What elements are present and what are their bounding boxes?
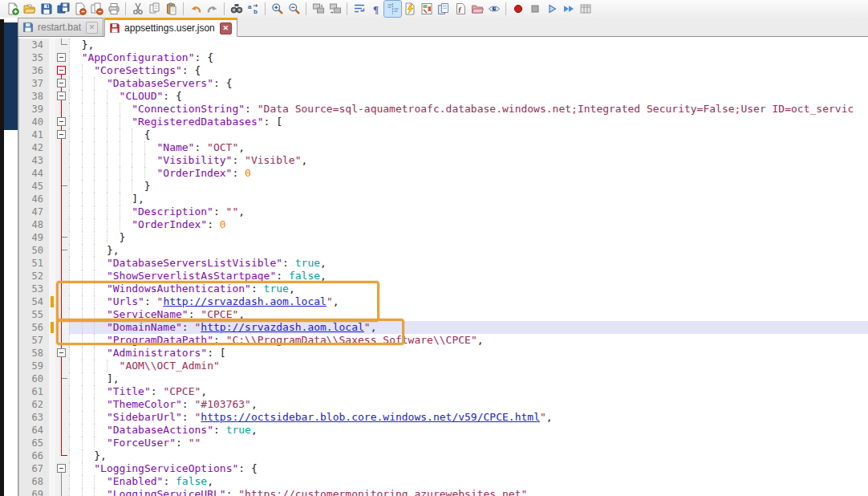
code-line-67[interactable]: 67"LoggingServiceOptions": {: [18, 462, 868, 475]
code-line-59[interactable]: 59"AOM\\OCT_Admin": [18, 360, 868, 372]
line-number[interactable]: 37: [18, 77, 49, 90]
code-text[interactable]: "ShowServerlistAsStartpage": false,: [69, 270, 868, 283]
code-text[interactable]: "OrderIndex": 0: [69, 218, 868, 231]
code-line-39[interactable]: 39"ConnectionString": "Data Source=sql-a…: [18, 103, 868, 116]
function-list-icon[interactable]: ƒ: [452, 1, 468, 17]
macro-stop-recording-icon[interactable]: [526, 1, 543, 17]
folder-as-workspace-icon[interactable]: [468, 1, 485, 17]
code-text[interactable]: "LoggingServiceURL": "https://customermo…: [69, 488, 868, 496]
code-text[interactable]: },: [69, 244, 868, 257]
line-number[interactable]: 36: [18, 64, 49, 77]
code-text[interactable]: "RegisteredDatabases": [: [69, 116, 868, 128]
synchronize-horizontal-scrolling-icon[interactable]: [327, 1, 343, 17]
code-text[interactable]: "Urls": "http://srvazdash.aom.local",: [69, 295, 868, 308]
line-number[interactable]: 43: [18, 154, 49, 167]
code-line-69[interactable]: 69"LoggingServiceURL": "https://customer…: [18, 488, 868, 496]
code-text[interactable]: "Description": "",: [69, 205, 868, 218]
code-text[interactable]: ],: [69, 193, 868, 205]
print-icon[interactable]: [105, 1, 122, 17]
line-number[interactable]: 42: [18, 141, 49, 154]
line-number[interactable]: 66: [18, 449, 49, 462]
line-number[interactable]: 60: [18, 372, 49, 385]
macro-save-icon[interactable]: [577, 1, 594, 17]
code-text[interactable]: ],: [69, 372, 868, 385]
code-text[interactable]: "DatabaseActions": true,: [69, 424, 868, 437]
line-number[interactable]: 47: [18, 205, 49, 218]
line-number[interactable]: 44: [18, 167, 49, 180]
new-file-icon[interactable]: [4, 1, 21, 17]
line-number[interactable]: 67: [18, 462, 49, 475]
fold-margin[interactable]: [55, 116, 69, 128]
code-line-47[interactable]: 47"Description": "",: [18, 205, 868, 218]
line-number[interactable]: 68: [18, 475, 49, 488]
code-text[interactable]: "ConnectionString": "Data Source=sql-aqu…: [69, 103, 868, 116]
replace-icon[interactable]: ab: [245, 1, 262, 17]
code-text[interactable]: "ForceUser": "": [69, 437, 868, 449]
line-number[interactable]: 62: [18, 398, 49, 411]
code-text[interactable]: "LoggingServiceOptions": {: [69, 462, 868, 475]
code-line-57[interactable]: 57"ProgramDataPath": "C:\\ProgramData\\S…: [18, 334, 868, 347]
macro-start-recording-icon[interactable]: [509, 1, 526, 17]
paste-icon[interactable]: [163, 1, 180, 17]
code-line-58[interactable]: 58"Administrators": [: [18, 347, 868, 360]
line-number[interactable]: 46: [18, 193, 49, 205]
line-number[interactable]: 65: [18, 437, 49, 449]
fold-margin[interactable]: [55, 51, 69, 64]
line-number[interactable]: 51: [18, 257, 49, 270]
code-line-48[interactable]: 48"OrderIndex": 0: [18, 218, 868, 231]
code-text[interactable]: },: [69, 39, 868, 51]
line-number[interactable]: 38: [18, 90, 49, 103]
code-line-45[interactable]: 45}: [18, 180, 868, 193]
code-line-50[interactable]: 50},: [18, 244, 868, 257]
tab-restart.bat[interactable]: restart.bat✕: [18, 18, 103, 36]
code-text[interactable]: "CoreSettings": {: [69, 64, 868, 77]
line-number[interactable]: 53: [18, 283, 49, 295]
code-line-43[interactable]: 43"Visibility": "Visible",: [18, 154, 868, 167]
close-all-documents-icon[interactable]: [88, 1, 105, 17]
code-line-42[interactable]: 42"Name": "OCT",: [18, 141, 868, 154]
code-text[interactable]: "ProgramDataPath": "C:\\ProgramData\\Sax…: [69, 334, 868, 347]
code-text[interactable]: "Title": "CPCE",: [69, 385, 868, 398]
document-switcher-icon[interactable]: [435, 1, 452, 17]
code-text[interactable]: "OrderIndex": 0: [69, 167, 868, 180]
show-all-characters-icon[interactable]: ¶: [367, 1, 384, 17]
line-number[interactable]: 41: [18, 128, 49, 141]
synchronize-vertical-scrolling-icon[interactable]: [310, 1, 327, 17]
line-number[interactable]: 55: [18, 308, 49, 321]
line-number[interactable]: 34: [18, 39, 49, 51]
url-link[interactable]: http://srvazdash.aom.local: [201, 321, 364, 333]
code-text[interactable]: "SidebarUrl": "https://octsidebar.blob.c…: [69, 411, 868, 424]
fold-margin[interactable]: [55, 462, 69, 475]
code-line-51[interactable]: 51"DatabaseServersListVisible": true,: [18, 257, 868, 270]
line-number[interactable]: 64: [18, 424, 49, 437]
code-line-66[interactable]: 66},: [18, 449, 868, 462]
code-line-46[interactable]: 46],: [18, 193, 868, 205]
line-number[interactable]: 50: [18, 244, 49, 257]
save-all-icon[interactable]: [55, 1, 71, 17]
code-line-41[interactable]: 41{: [18, 128, 868, 141]
redo-icon[interactable]: [204, 1, 221, 17]
code-line-56[interactable]: 56"DomainName": "http://srvazdash.aom.lo…: [18, 321, 868, 334]
macro-playback-icon[interactable]: [543, 1, 560, 17]
code-text[interactable]: {: [69, 128, 868, 141]
code-text[interactable]: "Visibility": "Visible",: [69, 154, 868, 167]
tab-close-icon[interactable]: ✕: [220, 22, 232, 35]
fold-margin[interactable]: [55, 77, 69, 90]
open-file-icon[interactable]: [21, 1, 38, 17]
code-line-60[interactable]: 60],: [18, 372, 868, 385]
url-link[interactable]: https://octsidebar.blob.core.windows.net…: [201, 411, 540, 423]
fold-margin[interactable]: [55, 347, 69, 360]
code-text[interactable]: "CLOUD": {: [69, 90, 868, 103]
code-text[interactable]: "Administrators": [: [69, 347, 868, 360]
code-line-52[interactable]: 52"ShowServerlistAsStartpage": false,: [18, 270, 868, 283]
code-line-68[interactable]: 68"Enabled": false,: [18, 475, 868, 488]
line-number[interactable]: 69: [18, 488, 49, 496]
code-line-63[interactable]: 63"SidebarUrl": "https://octsidebar.blob…: [18, 411, 868, 424]
tab-close-icon[interactable]: ✕: [86, 22, 98, 34]
url-link[interactable]: http://srvazdash.aom.local: [163, 295, 327, 307]
fold-margin[interactable]: [55, 64, 69, 77]
code-line-53[interactable]: 53"WindowsAuthentication": true,: [18, 283, 868, 295]
code-text[interactable]: },: [69, 449, 868, 462]
line-number[interactable]: 59: [18, 360, 49, 372]
find-icon[interactable]: [228, 1, 245, 17]
